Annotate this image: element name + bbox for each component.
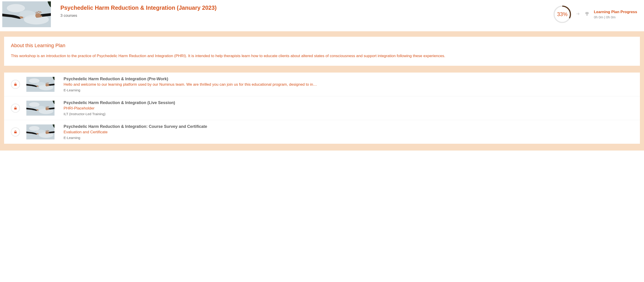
progress-ring: 33% [553, 5, 572, 23]
lock-icon [11, 80, 20, 89]
course-row[interactable]: Psychedelic Harm Reduction & Integration… [4, 73, 640, 96]
course-row[interactable]: Psychedelic Harm Reduction & Integration… [4, 96, 640, 120]
course-list: Psychedelic Harm Reduction & Integration… [4, 73, 640, 144]
plan-header: Psychedelic Harm Reduction & Integration… [0, 0, 644, 31]
course-thumb [26, 77, 55, 92]
course-title: Psychedelic Harm Reduction & Integration… [64, 124, 633, 129]
about-heading: About this Learning Plan [11, 43, 633, 48]
course-row[interactable]: Psychedelic Harm Reduction & Integration… [4, 120, 640, 144]
arrow-right-icon [576, 11, 580, 17]
course-type: E-Learning [64, 88, 633, 92]
lock-icon [11, 127, 20, 137]
course-title: Psychedelic Harm Reduction & Integration… [64, 77, 633, 81]
about-description: This workshop is an introduction to the … [11, 53, 633, 59]
about-card: About this Learning Plan This workshop i… [4, 37, 640, 66]
course-info: Psychedelic Harm Reduction & Integration… [64, 124, 633, 140]
course-description: PHRI-Placeholder [64, 106, 633, 111]
plan-title: Psychedelic Harm Reduction & Integration… [60, 4, 553, 11]
plan-subtitle: 3 courses [60, 13, 553, 18]
course-thumb [26, 125, 55, 140]
course-info: Psychedelic Harm Reduction & Integration… [64, 100, 633, 116]
course-type: E-Learning [64, 136, 633, 140]
plan-hero-image [2, 1, 51, 27]
progress-labels: Learning Plan Progress 0h 0m | 0h 0m [594, 10, 637, 19]
course-info: Psychedelic Harm Reduction & Integration… [64, 77, 633, 92]
course-description: Hello and welcome to our learning platfo… [64, 82, 633, 87]
body-wrap: About this Learning Plan This workshop i… [0, 31, 644, 150]
progress-title: Learning Plan Progress [594, 10, 637, 14]
progress-percent: 33% [553, 5, 572, 23]
progress-block: 33% Learning Plan Progress 0h 0m | 0h 0m [553, 1, 642, 23]
course-title: Psychedelic Harm Reduction & Integration… [64, 100, 633, 105]
lock-icon [11, 104, 20, 113]
course-type: ILT (Instructor-Led Training) [64, 112, 633, 116]
progress-time: 0h 0m | 0h 0m [594, 15, 637, 19]
course-thumb [26, 101, 55, 116]
plan-header-text: Psychedelic Harm Reduction & Integration… [60, 1, 553, 18]
course-description: Evaluation and Certificate [64, 130, 633, 135]
trophy-icon [584, 11, 590, 17]
